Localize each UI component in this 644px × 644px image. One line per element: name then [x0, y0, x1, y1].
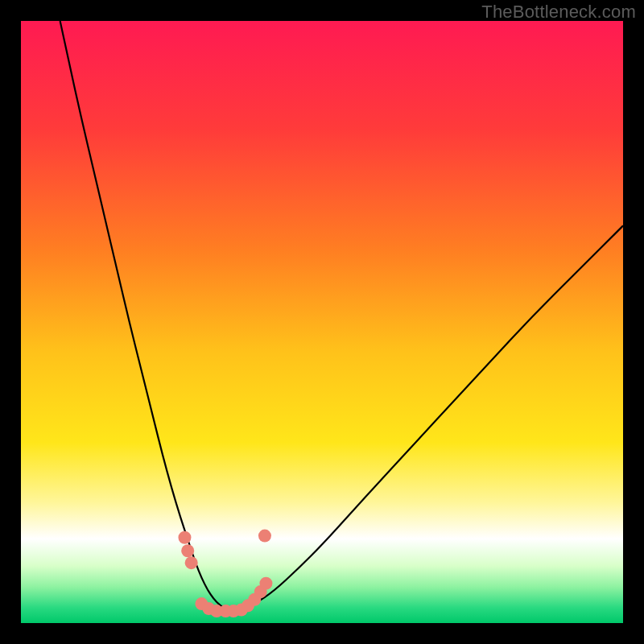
marker-dot — [178, 531, 191, 544]
marker-dot — [181, 544, 194, 557]
bottleneck-chart — [21, 21, 623, 623]
marker-dot — [259, 577, 272, 590]
chart-frame: TheBottleneck.com — [0, 0, 644, 644]
gradient-background — [21, 21, 623, 623]
watermark-text: TheBottleneck.com — [481, 2, 636, 23]
marker-dot — [185, 556, 198, 569]
marker-dot — [258, 530, 271, 543]
